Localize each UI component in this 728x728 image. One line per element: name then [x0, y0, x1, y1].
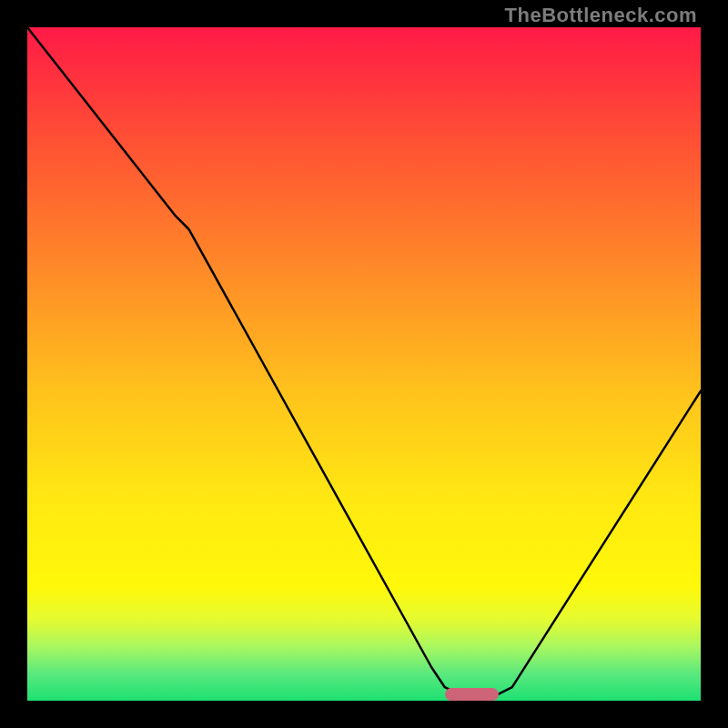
figure-frame: TheBottleneck.com [0, 0, 728, 728]
plot-area [27, 27, 701, 701]
bottleneck-curve [27, 27, 701, 701]
watermark-text: TheBottleneck.com [505, 4, 697, 27]
optimal-marker [445, 688, 499, 701]
curve-path [27, 27, 701, 701]
